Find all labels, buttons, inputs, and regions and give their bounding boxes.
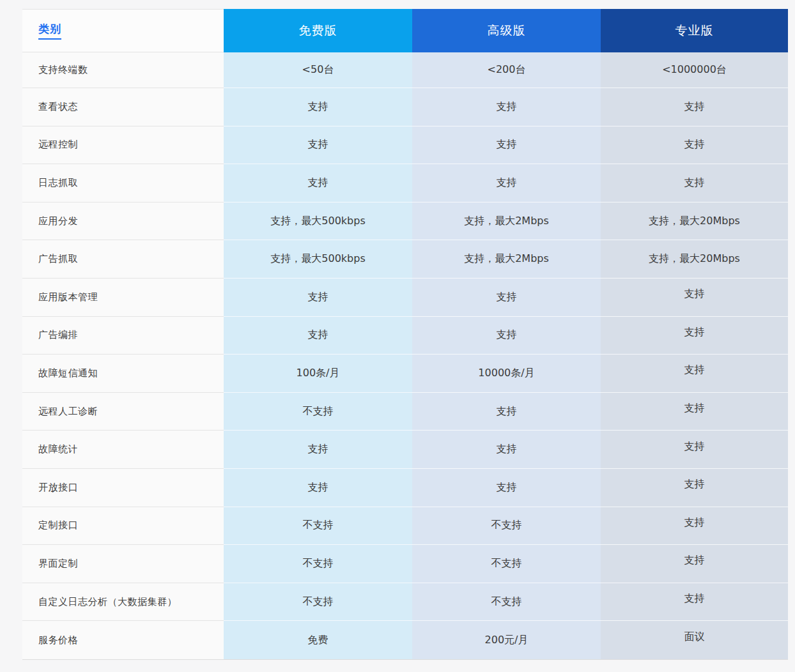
plan-value-professional: 支持 — [601, 507, 788, 546]
plan-value-premium: 支持 — [412, 279, 601, 317]
feature-label: 自定义日志分析（大数据集群） — [22, 583, 224, 622]
feature-label: 广告编排 — [22, 317, 224, 355]
plan-value-professional: 支持 — [601, 355, 788, 393]
plan-value-professional: 支持 — [601, 317, 788, 355]
feature-label: 应用版本管理 — [22, 279, 224, 317]
plan-value-premium: 支持 — [412, 126, 601, 165]
feature-label: 支持终端数 — [22, 52, 224, 88]
table-header-row: 类别 免费版高级版专业版 — [22, 9, 788, 52]
plan-value-free: 支持 — [224, 126, 412, 165]
table-row: 查看状态 支持 支持 支持 — [22, 88, 788, 126]
table-row: 应用分发 支持，最大500kbps 支持，最大2Mbps 支持，最大20Mbps — [22, 202, 788, 241]
plan-value-free: 支持 — [224, 317, 412, 355]
plan-value-professional: 支持 — [601, 583, 788, 622]
feature-label: 界面定制 — [22, 545, 224, 583]
plan-value-premium: 10000条/月 — [412, 355, 601, 393]
table-row: 广告抓取 支持，最大500kbps 支持，最大2Mbps 支持，最大20Mbps — [22, 240, 788, 279]
plan-value-premium: 支持 — [412, 469, 601, 507]
table-row: 服务价格 免费 200元/月 面议 — [22, 621, 788, 659]
table-row: 界面定制 不支持 不支持 支持 — [22, 545, 788, 583]
plan-value-premium: 不支持 — [412, 583, 601, 622]
plan-value-premium: 支持 — [412, 317, 601, 355]
plan-value-free: 不支持 — [224, 583, 412, 622]
feature-label: 服务价格 — [22, 621, 224, 659]
plan-value-premium: <200台 — [412, 52, 601, 88]
plan-value-premium: 支持 — [412, 164, 601, 202]
feature-label: 远程人工诊断 — [22, 393, 224, 431]
plan-value-professional: 支持，最大20Mbps — [601, 240, 788, 279]
plan-value-premium: 不支持 — [412, 507, 601, 546]
plan-header-cell: 专业版 — [601, 9, 788, 52]
table-bottom-divider — [22, 659, 788, 660]
plan-value-premium: 支持 — [412, 393, 601, 431]
plan-header-cell: 免费版 — [224, 9, 412, 52]
plan-value-premium: 不支持 — [412, 545, 601, 583]
table-row: 支持终端数 <50台 <200台 <1000000台 — [22, 52, 788, 88]
plan-value-professional: 支持 — [601, 469, 788, 507]
plan-value-free: 支持 — [224, 469, 412, 507]
plan-value-professional: <1000000台 — [601, 52, 788, 88]
plan-value-free: 不支持 — [224, 545, 412, 583]
plan-value-professional: 支持 — [601, 88, 788, 126]
plan-value-premium: 支持，最大2Mbps — [412, 240, 601, 279]
table-row: 应用版本管理 支持 支持 支持 — [22, 279, 788, 317]
feature-label: 应用分发 — [22, 202, 224, 241]
plan-value-professional: 支持 — [601, 126, 788, 165]
plan-value-premium: 支持 — [412, 431, 601, 469]
plan-value-professional: 面议 — [601, 621, 788, 659]
plan-value-free: 支持 — [224, 279, 412, 317]
plan-value-professional: 支持 — [601, 431, 788, 469]
feature-label: 故障统计 — [22, 431, 224, 469]
plan-header-cell: 高级版 — [412, 9, 601, 52]
plan-value-free: 不支持 — [224, 393, 412, 431]
pricing-comparison-table: 类别 免费版高级版专业版 支持终端数 <50台 <200台 <1000000台 … — [22, 9, 788, 660]
plan-value-free: 100条/月 — [224, 355, 412, 393]
plan-value-professional: 支持 — [601, 279, 788, 317]
category-header-cell: 类别 — [22, 9, 224, 52]
feature-label: 故障短信通知 — [22, 355, 224, 393]
plan-value-professional: 支持 — [601, 545, 788, 583]
plan-value-free: <50台 — [224, 52, 412, 88]
plan-value-free: 支持 — [224, 431, 412, 469]
plan-value-free: 支持，最大500kbps — [224, 202, 412, 241]
plan-value-premium: 支持，最大2Mbps — [412, 202, 601, 241]
feature-label: 日志抓取 — [22, 164, 224, 202]
table-body: 支持终端数 <50台 <200台 <1000000台 查看状态 支持 支持 支持… — [22, 52, 788, 659]
plan-value-professional: 支持，最大20Mbps — [601, 202, 788, 241]
plan-value-free: 不支持 — [224, 507, 412, 546]
table-row: 故障短信通知 100条/月 10000条/月 支持 — [22, 355, 788, 393]
feature-label: 广告抓取 — [22, 240, 224, 279]
plan-value-free: 免费 — [224, 621, 412, 659]
plan-value-premium: 200元/月 — [412, 621, 601, 659]
feature-label: 开放接口 — [22, 469, 224, 507]
table-row: 自定义日志分析（大数据集群） 不支持 不支持 支持 — [22, 583, 788, 622]
plan-value-free: 支持，最大500kbps — [224, 240, 412, 279]
plan-value-professional: 支持 — [601, 393, 788, 431]
feature-label: 查看状态 — [22, 88, 224, 126]
plan-value-free: 支持 — [224, 164, 412, 202]
feature-label: 远程控制 — [22, 126, 224, 165]
plan-value-premium: 支持 — [412, 88, 601, 126]
table-row: 开放接口 支持 支持 支持 — [22, 469, 788, 507]
table-row: 远程控制 支持 支持 支持 — [22, 126, 788, 165]
plan-value-free: 支持 — [224, 88, 412, 126]
table-row: 故障统计 支持 支持 支持 — [22, 431, 788, 469]
category-header-label: 类别 — [38, 22, 61, 40]
plan-value-professional: 支持 — [601, 164, 788, 202]
table-row: 日志抓取 支持 支持 支持 — [22, 164, 788, 202]
feature-label: 定制接口 — [22, 507, 224, 546]
table-row: 远程人工诊断 不支持 支持 支持 — [22, 393, 788, 431]
table-row: 定制接口 不支持 不支持 支持 — [22, 507, 788, 546]
table-row: 广告编排 支持 支持 支持 — [22, 317, 788, 355]
